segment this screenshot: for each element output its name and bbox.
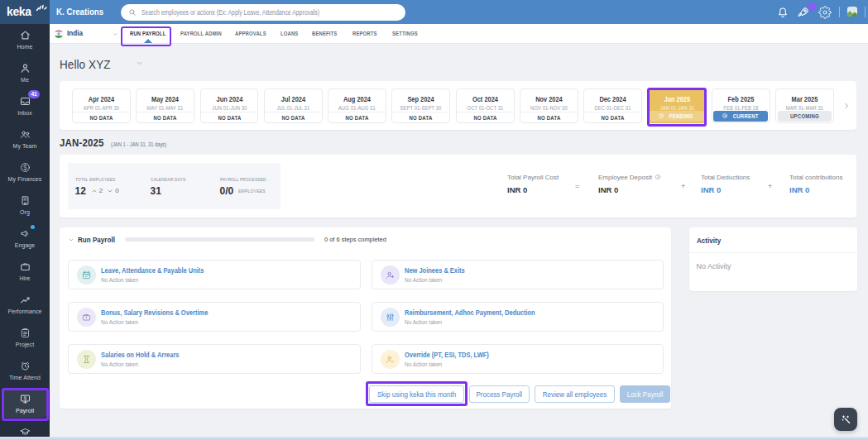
sidebar-item-me[interactable]: Me bbox=[0, 57, 50, 90]
month-card-jul-2024[interactable]: Jul 2024JUL 01-JUL 31NO DATA bbox=[264, 88, 323, 123]
user-avatar[interactable] bbox=[847, 7, 857, 17]
info-icon[interactable] bbox=[655, 174, 661, 180]
stat-value: 0/0 bbox=[220, 185, 234, 197]
payroll-step-card[interactable]: Override (PT, ESI, TDS, LWF)No Action ta… bbox=[372, 344, 664, 374]
payroll-step-card[interactable]: New Joinees & ExitsNo Action taken bbox=[372, 260, 664, 289]
payroll-icon bbox=[19, 393, 31, 405]
lock-payroll-button[interactable]: Lock Payroll bbox=[620, 385, 670, 403]
review-all-employees-button[interactable]: Review all employees bbox=[535, 385, 615, 403]
team-icon bbox=[19, 128, 31, 141]
month-date-range: SEPT 01-SEPT 30 bbox=[396, 105, 447, 111]
process-payroll-button[interactable]: Process Payroll bbox=[469, 385, 530, 403]
equation-operator: = bbox=[575, 182, 579, 190]
stat-value-row: 31 bbox=[151, 185, 195, 197]
month-date-range: JUN 01-JUN 30 bbox=[204, 105, 255, 111]
tab-approvals[interactable]: APPROVALS bbox=[235, 24, 266, 43]
month-card-feb-2025[interactable]: Feb 2025FEB 01-FEB 28CURRENT bbox=[712, 88, 770, 123]
keka-app-window: keka K. Creations Search employees or ac… bbox=[0, 0, 868, 440]
button-label: Lock Payroll bbox=[627, 390, 664, 399]
sidebar-item-payroll[interactable]: Payroll bbox=[0, 388, 50, 421]
payroll-step-card[interactable]: Salaries on Hold & ArrearsNo Action take… bbox=[68, 344, 361, 374]
sidebar-item-engage[interactable]: Engage bbox=[0, 222, 50, 256]
greeting-chevron-down-icon[interactable] bbox=[136, 60, 143, 67]
window-bottom-edge bbox=[0, 437, 868, 440]
month-title: Aug 2024 bbox=[335, 94, 380, 103]
calendar-icon bbox=[77, 265, 96, 285]
cost-item-total-contributions: Total contributionsINR 0 bbox=[789, 174, 842, 194]
month-card-dec-2024[interactable]: Dec 2024DEC 01-DEC 31NO DATA bbox=[583, 88, 642, 123]
equation-operator: + bbox=[768, 182, 772, 190]
month-card-may-2024[interactable]: May 2024MAY 01-MAY 31NO DATA bbox=[136, 88, 194, 123]
button-label: Skip using keka this month bbox=[377, 390, 456, 399]
payroll-step-card[interactable]: Reimbursement, Adhoc Payment, DeductionN… bbox=[372, 302, 664, 332]
run-payroll-panel: Run Payroll 0 of 6 steps completed Leave… bbox=[60, 227, 671, 409]
period-heading: JAN-2025 (JAN 1 - JAN 31, 31 days) bbox=[60, 136, 183, 149]
keka-logo[interactable]: keka bbox=[0, 0, 50, 24]
tab-reports[interactable]: REPORTS bbox=[352, 24, 377, 43]
period-subtitle: (JAN 1 - JAN 31, 31 days) bbox=[111, 141, 166, 148]
month-card-sep-2024[interactable]: Sep 2024SEPT 01-SEPT 30NO DATA bbox=[391, 88, 450, 123]
settings-gear-icon[interactable] bbox=[818, 6, 832, 19]
month-card-jun-2024[interactable]: Jun 2024JUN 01-JUN 30NO DATA bbox=[200, 88, 259, 123]
sidebar-item-home[interactable]: Home bbox=[0, 24, 50, 57]
month-status-badge: PENDING bbox=[650, 111, 704, 122]
step-status: No Action taken bbox=[405, 276, 463, 284]
month-card-oct-2024[interactable]: Oct 2024OCT 01-OCT 31NO DATA bbox=[456, 88, 515, 123]
entity-chevron-down-icon[interactable] bbox=[113, 31, 118, 37]
cost-value[interactable]: INR 0 bbox=[701, 185, 750, 194]
months-scroll-right-chevron-icon[interactable] bbox=[842, 102, 851, 110]
exits-count: 0 bbox=[115, 187, 118, 194]
current-arrow-icon bbox=[722, 112, 728, 119]
month-status-badge: NO DATA bbox=[457, 112, 514, 122]
month-card-jan-2025[interactable]: Jan 2025JAN 01-JAN 31PENDING bbox=[648, 88, 707, 123]
sidebar-item-hire[interactable]: Hire bbox=[0, 256, 50, 289]
month-card-apr-2024[interactable]: Apr 2024APR 01-APR 30NO DATA bbox=[72, 88, 131, 123]
months-row: Apr 2024APR 01-APR 30NO DATAMay 2024MAY … bbox=[60, 81, 856, 123]
sidebar-item-label: Project bbox=[0, 342, 50, 347]
month-status-text: NO DATA bbox=[154, 115, 177, 121]
month-card-mar-2025[interactable]: Mar 2025MAR 01-MAR 31UPCOMING bbox=[775, 88, 834, 123]
stat-value: 31 bbox=[151, 185, 161, 197]
sidebar-item-my-finances[interactable]: My Finances bbox=[0, 156, 50, 189]
tab-settings[interactable]: SETTINGS bbox=[392, 24, 418, 43]
employee-stats-card: TOTAL EMPLOYEES1220CALENDAR DAYS31PAYROL… bbox=[68, 163, 281, 210]
hire-icon bbox=[19, 261, 31, 273]
global-search-input[interactable]: Search employees or actions (Ex: Apply L… bbox=[121, 4, 405, 21]
inbox-unread-badge: 41 bbox=[28, 90, 40, 98]
sidebar-item-performance[interactable]: Performance bbox=[0, 289, 50, 322]
india-flag-icon bbox=[54, 29, 64, 39]
assistant-wand-button[interactable] bbox=[834, 408, 857, 431]
tab-payroll-admin[interactable]: PAYROLL ADMIN bbox=[180, 24, 222, 43]
sidebar-item-time-attend[interactable]: Time Attend bbox=[0, 355, 50, 388]
month-title: Nov 2024 bbox=[527, 94, 572, 103]
month-status-badge: NO DATA bbox=[137, 112, 194, 122]
month-card-nov-2024[interactable]: Nov 2024NOV 01-NOV 30NO DATA bbox=[520, 88, 578, 123]
month-status-badge: NO DATA bbox=[73, 112, 130, 122]
month-title: Apr 2024 bbox=[79, 94, 124, 103]
sidebar-item-org[interactable]: Org bbox=[0, 189, 50, 222]
sidebar-item-label: Me bbox=[0, 77, 50, 83]
month-title: Feb 2025 bbox=[718, 94, 763, 103]
tab-loans[interactable]: LOANS bbox=[281, 24, 298, 43]
sidebar-item-label: Org bbox=[0, 209, 50, 215]
entity-selector[interactable]: India bbox=[67, 24, 83, 43]
cost-value[interactable]: INR 0 bbox=[789, 185, 842, 194]
stat-suffix: EMPLOYEES bbox=[238, 188, 266, 194]
payroll-step-card[interactable]: Bonus, Salary Revisions & OvertimeNo Act… bbox=[68, 302, 361, 332]
sidebar-item-project[interactable]: Project bbox=[0, 322, 50, 355]
skip-using-keka-this-month-button[interactable]: Skip using keka this month bbox=[369, 385, 464, 403]
month-title: Dec 2024 bbox=[591, 94, 635, 103]
sidebar-item-my-team[interactable]: My Team bbox=[0, 123, 50, 156]
step-texts: Salaries on Hold & ArrearsNo Action take… bbox=[101, 351, 189, 368]
collapse-chevron-down-icon[interactable] bbox=[68, 237, 74, 243]
month-date-range: APR 01-APR 30 bbox=[75, 105, 127, 111]
step-title: Salaries on Hold & Arrears bbox=[101, 351, 180, 359]
tab-benefits[interactable]: BENEFITS bbox=[312, 24, 337, 43]
month-status-badge: NO DATA bbox=[328, 112, 386, 122]
payroll-step-card[interactable]: Leave, Attendance & Payable UnitsNo Acti… bbox=[68, 260, 361, 289]
notifications-bell-icon[interactable] bbox=[776, 6, 789, 19]
sidebar-item-inbox[interactable]: 41Inbox bbox=[0, 90, 50, 123]
month-card-aug-2024[interactable]: Aug 2024AUG 01-AUG 31NO DATA bbox=[328, 88, 386, 123]
magic-wand-icon bbox=[840, 414, 852, 426]
month-title: Oct 2024 bbox=[463, 94, 507, 103]
